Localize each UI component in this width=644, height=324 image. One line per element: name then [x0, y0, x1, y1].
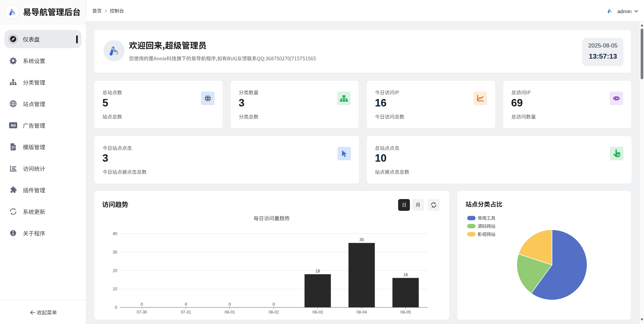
- svg-text:0: 0: [272, 302, 275, 307]
- svg-text:30: 30: [113, 250, 118, 255]
- svg-text:35: 35: [359, 237, 364, 242]
- svg-text:10: 10: [113, 287, 118, 291]
- svg-text:0: 0: [115, 305, 117, 310]
- svg-text:08-01: 08-01: [225, 310, 235, 315]
- svg-text:0: 0: [185, 302, 187, 307]
- svg-text:16: 16: [404, 272, 408, 277]
- svg-text:0: 0: [229, 302, 231, 307]
- svg-text:08-02: 08-02: [268, 310, 279, 315]
- svg-text:40: 40: [113, 231, 118, 236]
- svg-text:18: 18: [316, 269, 320, 273]
- svg-text:20: 20: [113, 268, 118, 273]
- svg-text:07-30: 07-30: [137, 310, 147, 315]
- svg-text:08-05: 08-05: [400, 310, 411, 315]
- svg-text:0: 0: [141, 302, 143, 307]
- svg-text:08-03: 08-03: [313, 310, 323, 315]
- svg-text:08-04: 08-04: [356, 310, 367, 315]
- svg-text:07-31: 07-31: [181, 310, 191, 315]
